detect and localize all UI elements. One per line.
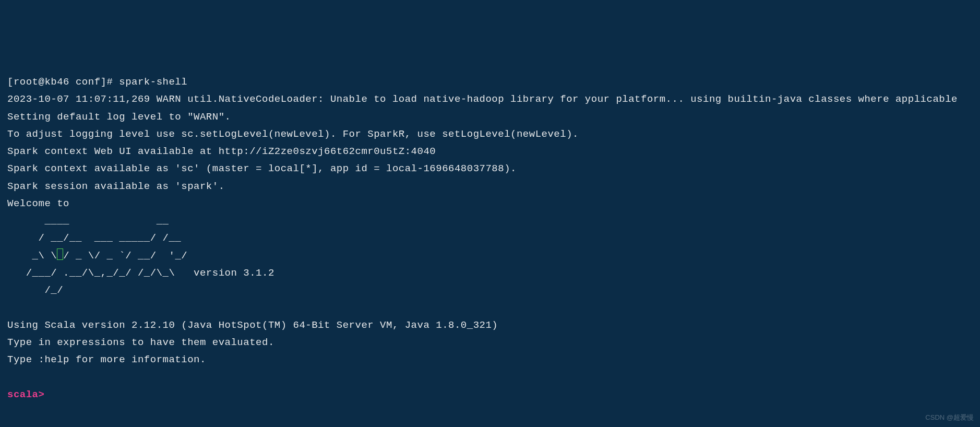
watermark-text: CSDN @超爱慢 — [925, 412, 974, 424]
adjust-log-line: To adjust logging level use sc.setLogLev… — [7, 126, 973, 143]
scala-version-line: Using Scala version 2.12.10 (Java HotSpo… — [7, 317, 973, 334]
scala-prompt-line[interactable]: scala> — [7, 386, 973, 404]
scala-prompt: scala> — [7, 389, 51, 400]
webui-line: Spark context Web UI available at http:/… — [7, 143, 973, 160]
terminal-output[interactable]: [root@kb46 conf]# spark-shell2023-10-07 … — [7, 74, 973, 404]
spark-context-line: Spark context available as 'sc' (master … — [7, 160, 973, 177]
ascii-art-line-4: /___/ .__/\_,_/_/ /_/\_\ version 3.1.2 — [7, 265, 973, 282]
ascii-art-line-3: _\ \/ _ \/ _ `/ __/ '_/ — [7, 247, 973, 265]
shell-prompt-line: [root@kb46 conf]# spark-shell — [7, 74, 973, 91]
log-level-line: Setting default log level to "WARN". — [7, 109, 973, 126]
welcome-line: Welcome to — [7, 195, 973, 212]
ascii-part-a: _\ \ — [7, 250, 57, 262]
ascii-art-line-2: / __/__ ___ _____/ /__ — [7, 230, 973, 247]
type-expressions-line: Type in expressions to have them evaluat… — [7, 334, 973, 351]
ascii-part-b: / _ \/ _ `/ __/ '_/ — [63, 250, 187, 262]
ascii-art-line-1: ____ __ — [7, 212, 973, 230]
blank-line — [7, 299, 973, 316]
warn-log-line: 2023-10-07 11:07:11,269 WARN util.Native… — [7, 91, 973, 108]
terminal-cursor-icon — [57, 248, 63, 260]
blank-line-2 — [7, 369, 973, 386]
spark-session-line: Spark session available as 'spark'. — [7, 178, 973, 195]
help-line: Type :help for more information. — [7, 351, 973, 369]
ascii-art-line-5: /_/ — [7, 282, 973, 299]
